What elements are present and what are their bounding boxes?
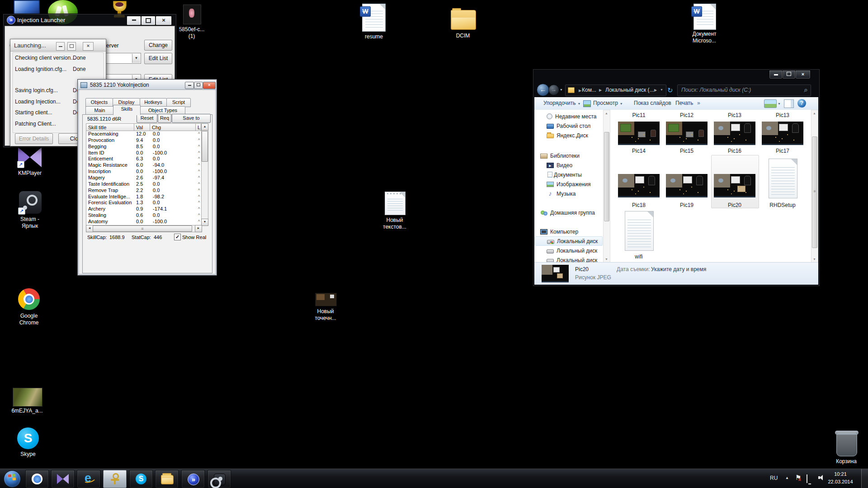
minimize-button[interactable] xyxy=(56,42,65,51)
history-dropdown-icon[interactable]: ▼ xyxy=(560,88,563,91)
skill-row[interactable]: Remove Trap2.20.0^ xyxy=(86,188,202,194)
taskbar-uo-client-button[interactable] xyxy=(103,470,127,488)
scroll-up-icon[interactable]: ▲ xyxy=(605,112,608,115)
taskbar-skype-button[interactable]: S xyxy=(129,470,153,488)
slideshow-button[interactable]: Показ слайдов xyxy=(634,100,671,106)
column-header-lock[interactable]: L xyxy=(196,123,201,131)
skill-row[interactable]: Magery2.6-97.4^ xyxy=(86,175,202,181)
change-button[interactable]: Change xyxy=(144,40,172,51)
sidebar-item[interactable]: ▶Видео xyxy=(535,160,603,170)
sidebar-item[interactable]: Яндекс.Диск xyxy=(535,131,603,140)
desktop-icon-computer[interactable] xyxy=(14,0,40,14)
show-real-checkbox[interactable]: ✓ xyxy=(174,234,181,240)
horizontal-scrollbar[interactable]: ◄ ≡ ► xyxy=(86,225,202,232)
tab-script[interactable]: Script xyxy=(166,98,191,107)
scrollbar-thumb[interactable] xyxy=(202,131,208,162)
network-icon[interactable] xyxy=(807,474,807,483)
taskbar-kmplayer-button[interactable] xyxy=(51,470,75,488)
taskbar-steam-button[interactable] xyxy=(208,470,231,488)
scroll-right-icon[interactable]: ► xyxy=(195,225,202,232)
sidebar-scrollbar[interactable]: ▲ ▼ xyxy=(603,110,610,263)
scroll-left-icon[interactable]: ◄ xyxy=(86,225,93,232)
maximize-button[interactable] xyxy=(782,70,796,79)
skill-row[interactable]: Stealing0.60.0^ xyxy=(86,212,202,219)
start-button[interactable] xyxy=(4,470,21,488)
sidebar-item[interactable]: Домашняя группа xyxy=(535,208,603,217)
skill-row[interactable]: Peacemaking12.00.0^ xyxy=(86,131,202,137)
search-icon[interactable]: ⌕ xyxy=(804,86,808,94)
taskbar-ie-button[interactable]: e xyxy=(77,470,100,488)
views-button[interactable] xyxy=(764,99,777,108)
column-header-val[interactable]: Val xyxy=(134,123,150,131)
close-button[interactable]: × xyxy=(203,82,216,89)
error-details-button[interactable]: Error Details xyxy=(15,133,53,144)
maximize-button[interactable] xyxy=(194,82,203,89)
scroll-up-icon[interactable]: ▲ xyxy=(201,123,208,131)
skill-row[interactable]: Archery0.9-174.1^ xyxy=(86,206,202,212)
title-bar[interactable]: » Injection Launcher × xyxy=(3,14,176,26)
minimize-button[interactable] xyxy=(127,16,141,25)
language-indicator[interactable]: RU xyxy=(770,475,778,481)
sidebar-item[interactable]: Недавние места xyxy=(535,112,603,121)
scroll-down-icon[interactable]: ▼ xyxy=(605,258,608,261)
sidebar-item[interactable]: Изображения xyxy=(535,179,603,189)
taskbar-chrome-button[interactable] xyxy=(25,470,49,488)
column-header-skill-title[interactable]: Skill title xyxy=(86,123,134,131)
column-header-chg[interactable]: Chg xyxy=(150,123,196,131)
minimize-button[interactable] xyxy=(769,70,783,79)
tab-objects[interactable]: Objects xyxy=(85,98,113,107)
address-dropdown-icon[interactable]: ▼ xyxy=(660,88,663,91)
skill-row[interactable]: Forensic Evaluation1.30.0^ xyxy=(86,200,202,206)
hidden-icons-button[interactable]: ▲ xyxy=(785,476,789,480)
search-box[interactable]: Поиск: Локальный диск (С:) ⌕ xyxy=(677,84,811,96)
preview-pane-button[interactable] xyxy=(784,99,794,108)
taskbar-explorer-button[interactable] xyxy=(155,470,179,488)
organize-button[interactable]: Упорядочить▼ xyxy=(543,100,580,106)
sidebar-item[interactable]: Локальный диск xyxy=(535,246,603,255)
sidebar-item[interactable]: Библиотеки xyxy=(535,151,603,160)
taskbar-injection-button[interactable]: » xyxy=(181,470,205,488)
scrollbar-thumb[interactable]: ≡ xyxy=(812,136,817,248)
scrollbar-thumb[interactable] xyxy=(604,132,609,221)
skill-row[interactable]: Magic Resistance6.0-94.0^ xyxy=(86,162,202,169)
breadcrumb-local-disk[interactable]: Локальный диск (... xyxy=(605,87,654,93)
skill-row[interactable]: Provocation9.40.0^ xyxy=(86,137,202,144)
breadcrumb[interactable]: ▶ Ком... ▶ Локальный диск (... ▶ ▼ xyxy=(565,84,666,96)
show-desktop-button[interactable] xyxy=(861,469,868,488)
skill-row[interactable]: Begging8.50.0^ xyxy=(86,144,202,150)
scrollbar-thumb[interactable]: ≡ xyxy=(93,225,192,232)
skill-row[interactable]: Inscription0.0-100.0^ xyxy=(86,169,202,175)
sidebar-item[interactable]: Локальный диск xyxy=(535,255,603,263)
close-button[interactable]: × xyxy=(156,16,172,25)
toolbar-overflow[interactable]: » xyxy=(697,100,700,106)
scroll-down-icon[interactable]: ▼ xyxy=(813,258,816,261)
back-button[interactable]: ← xyxy=(537,84,549,96)
view-button[interactable]: Просмотр▼ xyxy=(593,100,623,106)
sidebar-item[interactable]: Локальный диск xyxy=(535,236,603,246)
maximize-button[interactable] xyxy=(67,42,76,51)
reset-button[interactable]: Reset xyxy=(137,114,157,123)
help-icon[interactable]: ? xyxy=(797,99,806,108)
close-button[interactable]: × xyxy=(795,70,811,79)
title-bar[interactable]: Launching... × xyxy=(10,39,106,52)
skill-row[interactable]: Taste Identification2.50.0^ xyxy=(86,181,202,188)
refresh-icon[interactable]: ↻ xyxy=(667,86,673,94)
sidebar-item[interactable]: ♪Музыка xyxy=(535,189,603,198)
action-center-icon[interactable]: ⚑✕ xyxy=(795,474,801,482)
forward-button[interactable]: → xyxy=(548,84,559,95)
sidebar-item[interactable]: Документы xyxy=(535,170,603,179)
sidebar-item[interactable]: Рабочий стол xyxy=(535,121,603,131)
maximize-button[interactable] xyxy=(141,16,156,25)
skill-row[interactable]: Enticement6.30.0^ xyxy=(86,156,202,162)
scroll-down-icon[interactable]: ▼ xyxy=(201,219,208,226)
skill-row[interactable]: Evaluate Intellige...1.8-98.2^ xyxy=(86,194,202,200)
skill-row[interactable]: Item ID0.0-100.0^ xyxy=(86,150,202,156)
chevron-down-icon[interactable]: ▼ xyxy=(132,54,140,63)
title-bar[interactable]: 5835 1210 YokoInjection × xyxy=(78,80,216,90)
save-to-clipboard-button[interactable]: Save to clipboard xyxy=(172,114,211,123)
skill-row[interactable]: Anatomy0.0-100.0^ xyxy=(86,219,202,225)
vertical-scrollbar[interactable]: ▲ ▼ xyxy=(201,123,208,226)
minimize-button[interactable] xyxy=(185,82,194,89)
sidebar-item[interactable]: Компьютер xyxy=(535,227,603,236)
scroll-up-icon[interactable]: ▲ xyxy=(813,112,816,115)
